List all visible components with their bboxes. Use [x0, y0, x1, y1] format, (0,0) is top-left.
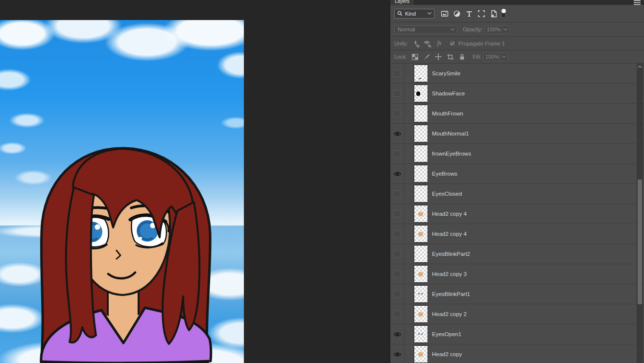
layer-row[interactable]: Head2 copy 3: [390, 264, 644, 284]
tab-layers-label: Layers: [395, 0, 409, 4]
layer-thumbnail[interactable]: [414, 285, 428, 303]
hidden-layer-box: [394, 210, 401, 217]
layer-visibility-toggle[interactable]: [390, 124, 405, 143]
layer-thumbnail[interactable]: [414, 245, 428, 263]
layer-row[interactable]: Head2 copy 4: [390, 204, 644, 224]
layer-row[interactable]: Head2 copy 4: [390, 224, 644, 244]
thumbnail-preview: [418, 312, 423, 317]
layer-row[interactable]: EyeBrows: [390, 164, 644, 184]
chevron-down-icon: [451, 28, 454, 31]
hidden-layer-box: [394, 110, 401, 117]
layer-thumbnail[interactable]: [414, 65, 428, 82]
opacity-label: Opacity:: [463, 26, 482, 32]
hidden-layer-box: [394, 250, 401, 257]
layer-row[interactable]: ShadowFace: [390, 84, 644, 104]
smart-object-filter-icon[interactable]: [490, 10, 498, 18]
lock-row: Lock: Fill: 100%: [390, 50, 644, 64]
layer-name: MouthFrown: [432, 111, 463, 116]
layer-thumbnail[interactable]: [414, 305, 428, 323]
layer-name: Head2 copy 2: [432, 311, 467, 317]
layer-row[interactable]: frownEyeBrows: [390, 144, 644, 164]
layer-row[interactable]: EyesOpen1: [390, 324, 644, 344]
layer-thumbnail[interactable]: [414, 185, 428, 203]
layer-thumbnail[interactable]: [414, 145, 428, 162]
blend-mode-value: Normal: [398, 26, 415, 32]
blend-mode-select[interactable]: Normal: [394, 25, 457, 34]
check-icon: [450, 42, 454, 45]
lock-artboard-icon[interactable]: [446, 53, 454, 61]
layer-thumbnail[interactable]: [414, 225, 428, 243]
lock-image-pixels-icon[interactable]: [423, 53, 430, 61]
layer-visibility-toggle[interactable]: [390, 264, 405, 284]
layer-row[interactable]: MouthNormal1: [390, 124, 644, 144]
hair-left-lock: [66, 187, 96, 342]
unify-row: Unify: fx Propagate Frame 1: [390, 37, 644, 50]
filter-type-dropdown[interactable]: Kind: [394, 9, 434, 19]
layers-panel: Layers Kind: [389, 0, 644, 363]
hidden-layer-box: [394, 271, 401, 277]
unify-visibility-icon[interactable]: [424, 40, 431, 47]
layer-name: Head2 copy 4: [432, 211, 467, 217]
layer-name: Head2 copy: [432, 351, 462, 357]
layer-thumbnail[interactable]: [414, 265, 428, 283]
hidden-layer-box: [394, 230, 401, 237]
layer-visibility-toggle[interactable]: [390, 204, 405, 224]
chevron-up-icon[interactable]: [637, 66, 643, 68]
shape-layer-filter-icon[interactable]: [477, 10, 485, 18]
layer-row[interactable]: MouthFrown: [390, 104, 644, 124]
layer-thumbnail[interactable]: [414, 345, 428, 363]
unify-label: Unify:: [394, 41, 408, 46]
layer-visibility-toggle[interactable]: [390, 244, 405, 264]
pixel-layer-filter-icon[interactable]: [441, 10, 449, 18]
layer-row[interactable]: Head2 copy 2: [390, 304, 644, 324]
propagate-frame-checkbox[interactable]: [449, 40, 455, 46]
layer-thumbnail[interactable]: [414, 165, 428, 182]
layer-row[interactable]: ScarySmile: [390, 64, 644, 84]
layer-visibility-toggle[interactable]: [390, 144, 405, 163]
adjustment-layer-filter-icon[interactable]: [453, 10, 461, 18]
hidden-layer-box: [394, 70, 401, 77]
lock-transparent-pixels-icon[interactable]: [411, 53, 419, 61]
layer-row[interactable]: EyesBlinkPart1: [390, 284, 644, 304]
layer-visibility-toggle[interactable]: [390, 64, 405, 83]
hidden-layer-box: [394, 150, 401, 157]
layer-name: EyesBlinkPart1: [432, 291, 470, 297]
opacity-value-box[interactable]: 100%: [485, 25, 509, 34]
unify-position-icon[interactable]: [412, 40, 420, 47]
layer-visibility-toggle[interactable]: [390, 304, 405, 324]
layer-name: EyesOpen1: [432, 331, 461, 337]
hamburger-menu-icon[interactable]: [634, 0, 641, 5]
layer-list-scrollbar[interactable]: [637, 64, 643, 363]
canvas[interactable]: [0, 20, 244, 363]
photoshop-window: Layers Kind: [0, 0, 644, 363]
layer-visibility-toggle[interactable]: [390, 104, 405, 123]
layer-filtering-toggle[interactable]: [501, 9, 506, 19]
layer-name: Head2 copy 3: [432, 271, 467, 277]
layer-thumbnail[interactable]: [414, 85, 428, 102]
type-layer-filter-icon[interactable]: [465, 10, 473, 18]
layer-thumbnail[interactable]: [414, 105, 428, 122]
tab-layers[interactable]: Layers: [390, 0, 414, 5]
lock-position-icon[interactable]: [434, 53, 442, 61]
fill-value-box[interactable]: 100%: [483, 53, 508, 61]
layer-name: EyesClosed: [432, 191, 462, 197]
hidden-layer-box: [394, 291, 401, 297]
layer-row[interactable]: Head2 copy: [390, 344, 644, 363]
fill-value: 100%: [484, 54, 500, 60]
layer-thumbnail[interactable]: [414, 325, 428, 343]
layer-visibility-toggle[interactable]: [390, 344, 405, 363]
layer-visibility-toggle[interactable]: [390, 184, 405, 204]
unify-style-icon[interactable]: fx: [435, 40, 443, 47]
lock-all-icon[interactable]: [458, 53, 466, 61]
layer-visibility-toggle[interactable]: [390, 84, 405, 103]
layer-visibility-toggle[interactable]: [390, 224, 405, 244]
hidden-layer-box: [394, 190, 401, 197]
layer-row[interactable]: EyesBlinkPart2: [390, 244, 644, 264]
layer-visibility-toggle[interactable]: [390, 284, 405, 304]
layer-row[interactable]: EyesClosed: [390, 184, 644, 204]
layer-visibility-toggle[interactable]: [390, 164, 405, 183]
layer-thumbnail[interactable]: [414, 205, 428, 223]
layer-visibility-toggle[interactable]: [390, 324, 405, 344]
scrollbar-thumb[interactable]: [638, 180, 642, 304]
layer-thumbnail[interactable]: [414, 125, 428, 142]
